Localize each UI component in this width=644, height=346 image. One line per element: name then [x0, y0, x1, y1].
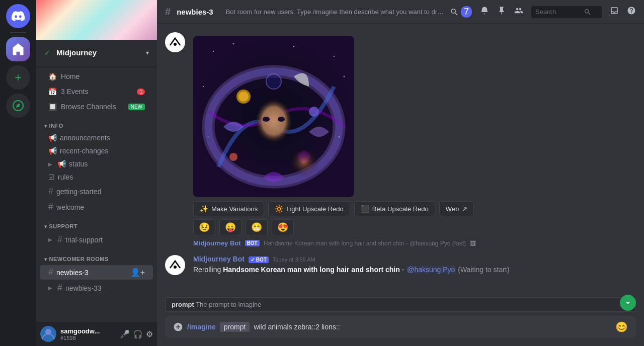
web-label: Web	[446, 205, 459, 213]
inline-notification: Midjourney Bot BOT Handsome Korean man w…	[193, 239, 636, 247]
svg-point-10	[203, 86, 204, 87]
channel-name-rules: rules	[58, 173, 73, 181]
message-group-1: ✨ Make Variations 🔆 Light Upscale Redo ⬛…	[165, 32, 636, 235]
headset-icon[interactable]: 🎧	[133, 329, 143, 339]
add-server-icon[interactable]: +	[6, 65, 30, 90]
server-banner	[36, 0, 157, 40]
reaction-grin[interactable]: 😁	[246, 219, 268, 235]
prompt-tooltip-text: The prompt to imagine	[196, 301, 261, 308]
mention: @haksung Pyo	[406, 266, 456, 274]
make-variations-button[interactable]: ✨ Make Variations	[193, 201, 264, 216]
svg-point-3	[174, 43, 177, 46]
message-header-2: Midjourney Bot ✓ BOT Today at 3:55 AM	[193, 255, 636, 263]
channel-newbies-3[interactable]: # newbies-3 👤+	[40, 265, 153, 280]
svg-point-8	[334, 56, 335, 57]
newcomer-chevron: ▾	[44, 256, 47, 262]
reaction-angry[interactable]: 😣	[193, 219, 215, 235]
svg-point-19	[229, 153, 237, 161]
discord-logo[interactable]	[6, 4, 30, 28]
svg-point-26	[174, 266, 177, 269]
sidebar-item-browse[interactable]: 🔲 Browse Channels NEW	[40, 100, 153, 114]
generated-image	[193, 36, 354, 197]
emoji-button[interactable]: 😊	[615, 321, 628, 333]
sidebar-item-home[interactable]: 🏠 Home	[40, 69, 153, 83]
svg-point-5	[213, 51, 214, 52]
pin-icon[interactable]	[497, 6, 506, 18]
trial-expand-icon: ▶	[48, 237, 52, 242]
image-icon[interactable]: 🖼	[470, 240, 476, 247]
light-upscale-icon: 🔆	[275, 205, 283, 213]
reaction-heart-eyes[interactable]: 😍	[272, 219, 294, 235]
midjourney-server-icon[interactable]	[6, 37, 30, 61]
channel-trial-support[interactable]: ▶ # trial-support	[40, 232, 153, 247]
channel-welcome[interactable]: # welcome	[40, 200, 153, 214]
threads-icon[interactable]: 7	[450, 6, 472, 18]
section-support: ▾ SUPPORT	[36, 215, 157, 231]
chat-header: # newbies-3 Bot room for new users. Type…	[157, 0, 644, 24]
channel-status[interactable]: ▶ 📢 status	[40, 158, 153, 170]
chat-channel-name: newbies-3	[177, 8, 213, 16]
message-content-2: Midjourney Bot ✓ BOT Today at 3:55 AM Re…	[193, 255, 636, 275]
section-info-label: INFO	[49, 123, 63, 129]
search-input[interactable]	[535, 8, 581, 16]
channel-description: Bot room for new users. Type /imagine th…	[226, 8, 444, 16]
channel-recent-changes[interactable]: 📢 recent-changes	[40, 145, 153, 157]
bell-icon[interactable]	[480, 6, 489, 18]
input-prompt-label: prompt	[220, 322, 250, 332]
hash-icon-5: #	[57, 283, 62, 293]
section-chevron: ▾	[44, 123, 47, 129]
hash-icon-2: #	[48, 202, 53, 212]
support-chevron: ▾	[44, 224, 47, 229]
browse-badge: NEW	[128, 104, 145, 110]
channel-name-announcements: announcements	[60, 134, 110, 142]
bot-avatar-1	[165, 32, 185, 52]
plus-icon[interactable]	[173, 322, 183, 332]
help-icon[interactable]	[627, 6, 636, 18]
message-group-2: Midjourney Bot ✓ BOT Today at 3:55 AM Re…	[165, 255, 636, 275]
verified-icon: ✓	[44, 49, 50, 57]
announce-icon: 📢	[48, 134, 57, 142]
image-placeholder	[193, 36, 354, 197]
notification-header-text: Handsome Korean man with long hair and s…	[264, 240, 466, 247]
messages-area: ✨ Make Variations 🔆 Light Upscale Redo ⬛…	[157, 24, 644, 297]
sidebar-item-events[interactable]: 📅 3 Events 1	[40, 84, 153, 99]
announce-icon-3: 📢	[57, 160, 66, 168]
settings-icon[interactable]: ⚙	[146, 329, 153, 339]
browse-label: Browse Channels	[61, 103, 116, 111]
section-support-label: SUPPORT	[49, 223, 78, 229]
explore-icon[interactable]	[6, 94, 30, 118]
light-upscale-redo-button[interactable]: 🔆 Light Upscale Redo	[268, 201, 350, 216]
svg-point-2	[166, 33, 184, 51]
members-icon[interactable]	[514, 6, 523, 18]
web-button[interactable]: Web ↗	[439, 201, 474, 216]
prompt-tooltip: prompt The prompt to imagine	[165, 297, 636, 312]
channel-announcements[interactable]: 📢 announcements	[40, 132, 153, 144]
events-label: 3 Events	[61, 88, 88, 96]
user-controls: 🎤 🎧 ⚙	[120, 329, 153, 339]
channel-sidebar: ✓ Midjourney ▾ 🏠 Home 📅 3 Events 1 🔲 Bro…	[36, 0, 157, 346]
chevron-down-icon[interactable]: ▾	[146, 49, 149, 56]
user-bar: samgoodw... #1598 🎤 🎧 ⚙	[36, 322, 157, 346]
member-badge: 7	[461, 6, 472, 18]
make-variations-label: Make Variations	[211, 205, 258, 213]
sidebar-nav: 🏠 Home 📅 3 Events 1 🔲 Browse Channels NE…	[36, 65, 157, 322]
bot-badge-2: ✓ BOT	[249, 256, 269, 263]
channel-newbies-33[interactable]: ▶ # newbies-33	[40, 281, 153, 295]
chat-input[interactable]	[254, 323, 611, 331]
beta-upscale-redo-button[interactable]: ⬛ Beta Upscale Redo	[354, 201, 435, 216]
search-box[interactable]	[531, 6, 602, 18]
add-user-icon[interactable]: 👤+	[130, 268, 145, 277]
inbox-icon[interactable]	[610, 6, 619, 18]
svg-point-6	[233, 43, 234, 45]
mic-icon[interactable]: 🎤	[120, 329, 130, 339]
scroll-to-bottom-button[interactable]	[620, 295, 636, 311]
server-name: Midjourney	[56, 48, 97, 57]
hash-icon-3: #	[57, 234, 62, 245]
reaction-row: 😣 😛 😁 😍	[193, 219, 636, 235]
channel-name-getting-started: getting-started	[56, 188, 102, 196]
header-icons: 7	[450, 6, 636, 18]
status-expand-icon: ▶	[48, 161, 52, 167]
channel-rules[interactable]: ☑ rules	[40, 171, 153, 183]
channel-getting-started[interactable]: # getting-started	[40, 184, 153, 199]
reaction-tongue[interactable]: 😛	[219, 219, 242, 235]
